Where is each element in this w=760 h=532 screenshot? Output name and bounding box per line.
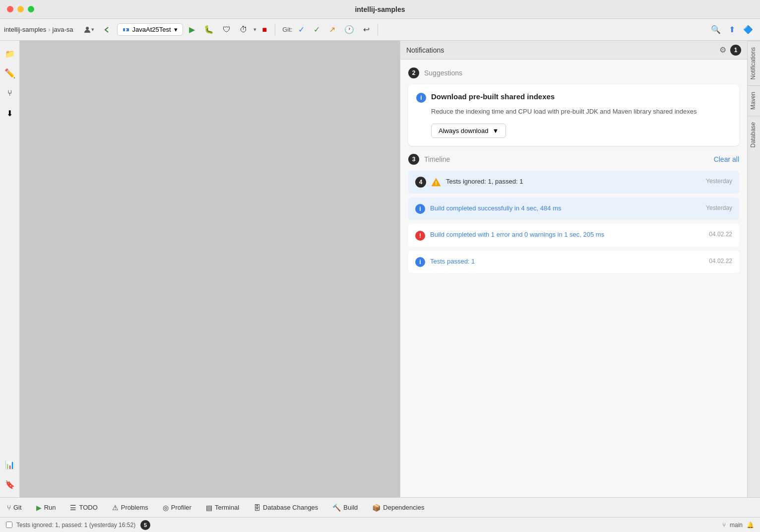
todo-tab-icon: ☰ — [70, 504, 76, 512]
main-toolbar: intellij-samples › java-sa ▾ JavaAt25Tes… — [0, 19, 760, 41]
jetbrains-logo-button[interactable]: 🔷 — [740, 23, 756, 36]
status-bar-right: ⑂ main 🔔 — [722, 522, 754, 529]
close-button[interactable] — [7, 6, 13, 12]
person-icon — [83, 26, 91, 34]
timeline-item-2-text: Build completed successfully in 4 sec, 4… — [430, 204, 561, 212]
back-button[interactable] — [100, 24, 114, 36]
editor-area — [20, 41, 400, 497]
bottom-tab-git[interactable]: ⑂ Git — [0, 498, 29, 517]
timeline-item-4-content: Tests passed: 1 — [430, 257, 704, 266]
sidebar-item-git[interactable]: ⑂ — [1, 84, 19, 102]
info-icon-3: i — [415, 257, 425, 267]
coverage-button[interactable]: 🛡 — [220, 23, 234, 36]
timeline-item-3-content: Build completed with 1 error and 0 warni… — [430, 230, 704, 240]
svg-point-0 — [86, 27, 89, 30]
breadcrumb-project[interactable]: intellij-samples — [4, 26, 46, 33]
notifications-settings-button[interactable]: ⚙ — [719, 45, 726, 55]
timeline-item-tests-ignored[interactable]: 4 ! Tests ignored: 1, passed: 1 Yesterda… — [408, 171, 739, 194]
commit-icon: ✏️ — [4, 68, 15, 79]
stop-button[interactable]: ■ — [259, 23, 270, 36]
info-icon-2: i — [415, 204, 425, 214]
git-history-button[interactable]: 🕐 — [341, 23, 357, 36]
suggestion-title-row: i Download pre-built shared indexes — [416, 92, 731, 103]
sidebar-item-project[interactable]: 📁 — [1, 45, 19, 63]
bottom-toolbar: ⑂ Git ▶ Run ☰ TODO ⚠ Problems ◎ Profiler… — [0, 497, 760, 517]
main-area: 📁 ✏️ ⑂ ⬇ 📊 🔖 Notifications ⚙ 1 — [0, 41, 760, 497]
build-tab-label: Build — [343, 504, 358, 511]
sidebar-item-commit[interactable]: ✏️ — [1, 65, 19, 82]
timeline-item-build-error[interactable]: ! Build completed with 1 error and 0 war… — [408, 224, 739, 247]
sidebar-item-bookmarks[interactable]: 🔖 — [1, 475, 19, 493]
bottom-tab-terminal[interactable]: ▤ Terminal — [199, 498, 247, 517]
status-checkbox[interactable] — [6, 522, 12, 528]
title-bar: intellij-samples — [0, 0, 760, 19]
timeline-section-header: 3 Timeline Clear all — [408, 154, 739, 165]
clear-all-button[interactable]: Clear all — [714, 155, 739, 163]
sidebar-item-pull-requests[interactable]: ⬇ — [1, 104, 19, 122]
dropdown-arrow-icon: ▼ — [492, 127, 499, 134]
git-commit-button[interactable]: ✓ — [311, 23, 323, 36]
more-run-options[interactable]: ▾ — [253, 26, 256, 33]
breadcrumb-module[interactable]: java-sa — [53, 26, 73, 33]
left-sidebar: 📁 ✏️ ⑂ ⬇ 📊 🔖 — [0, 41, 20, 497]
sidebar-tab-notifications[interactable]: Notifications — [748, 41, 760, 85]
sidebar-tab-maven[interactable]: Maven — [748, 85, 760, 116]
run-tab-icon: ▶ — [36, 504, 42, 512]
notifications-header: Notifications ⚙ 1 — [400, 41, 747, 60]
toolbar-right: 🔍 ⬆ 🔷 — [708, 23, 756, 36]
bottom-tab-database-changes[interactable]: 🗄 Database Changes — [247, 498, 325, 517]
branch-icon: ⑂ — [722, 522, 726, 529]
todo-tab-label: TODO — [79, 504, 97, 511]
vcs-back-button[interactable]: ▾ — [80, 24, 97, 36]
git-tab-icon: ⑂ — [7, 504, 11, 512]
ide-update-button[interactable]: ⬆ — [726, 23, 738, 36]
suggestions-label: Suggestions — [424, 69, 462, 77]
toolbar-separator — [275, 24, 275, 36]
toolbar-separator-2 — [378, 24, 378, 36]
timeline-item-1-text: Tests ignored: 1, passed: 1 — [446, 178, 523, 185]
bottom-tab-dependencies[interactable]: 📦 Dependencies — [365, 498, 432, 517]
branch-name[interactable]: main — [730, 522, 743, 529]
search-everywhere-button[interactable]: 🔍 — [708, 23, 724, 36]
maximize-button[interactable] — [28, 6, 34, 12]
bottom-tab-build[interactable]: 🔨 Build — [325, 498, 365, 517]
timeline-item-tests-passed[interactable]: i Tests passed: 1 04.02.22 — [408, 251, 739, 273]
dropdown-value: Always download — [439, 127, 488, 134]
timeline-badge: 3 — [408, 154, 419, 165]
terminal-tab-icon: ▤ — [206, 504, 212, 512]
debug-button[interactable]: 🐛 — [201, 23, 217, 36]
sidebar-item-structure[interactable]: 📊 — [1, 456, 19, 473]
timeline-item-build-success[interactable]: i Build completed successfully in 4 sec,… — [408, 198, 739, 220]
profile-button[interactable]: ⏱ — [237, 23, 251, 36]
suggestion-description: Reduce the indexing time and CPU load wi… — [431, 107, 731, 117]
database-changes-tab-icon: 🗄 — [253, 504, 260, 512]
config-icon — [123, 26, 129, 33]
run-tab-label: Run — [44, 504, 56, 511]
pull-requests-icon: ⬇ — [6, 109, 13, 118]
timeline-item-2-timestamp: Yesterday — [706, 203, 732, 211]
timeline-item-1-timestamp: Yesterday — [706, 177, 732, 185]
bottom-tab-run[interactable]: ▶ Run — [29, 498, 63, 517]
warning-icon: ! — [431, 177, 441, 187]
notifications-panel: Notifications ⚙ 1 2 Suggestions i Downlo… — [400, 41, 747, 497]
git-revert-button[interactable]: ↩ — [360, 23, 373, 36]
git-pull-button[interactable]: ↗ — [326, 23, 338, 36]
timeline-item-1-content: Tests ignored: 1, passed: 1 — [446, 177, 701, 187]
bottom-tab-todo[interactable]: ☰ TODO — [63, 498, 105, 517]
run-configuration-button[interactable]: JavaAt25Test ▾ — [117, 23, 183, 36]
git-push-button[interactable]: ✓ — [295, 23, 308, 36]
notifications-count-badge: 1 — [730, 45, 741, 56]
database-changes-tab-label: Database Changes — [263, 504, 318, 511]
arrow-left-icon — [103, 26, 111, 34]
profiler-tab-label: Profiler — [171, 504, 191, 511]
window-title: intellij-samples — [355, 5, 405, 13]
timeline-item-4-text: Tests passed: 1 — [430, 258, 475, 265]
run-button[interactable]: ▶ — [186, 23, 198, 36]
minimize-button[interactable] — [17, 6, 24, 12]
bottom-tab-problems[interactable]: ⚠ Problems — [105, 498, 156, 517]
bottom-tab-profiler[interactable]: ◎ Profiler — [156, 498, 199, 517]
sidebar-tab-database[interactable]: Database — [748, 116, 760, 153]
always-download-dropdown[interactable]: Always download ▼ — [431, 124, 506, 138]
notifications-header-actions: ⚙ 1 — [719, 45, 741, 56]
run-config-label: JavaAt25Test — [132, 26, 171, 33]
